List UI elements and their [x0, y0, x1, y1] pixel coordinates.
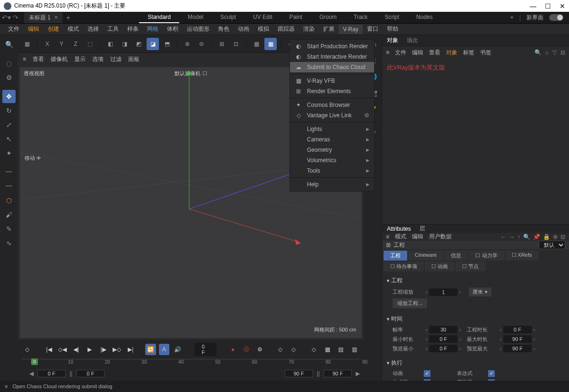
om-filter-icon[interactable]: ▽: [552, 49, 557, 56]
goto-end-button[interactable]: ▶|: [125, 344, 136, 355]
dur-input[interactable]: [503, 326, 532, 333]
scale-input[interactable]: [429, 288, 457, 296]
key-opt5[interactable]: ▦: [322, 344, 333, 355]
attr-lock-icon[interactable]: 🔒: [543, 234, 550, 240]
scale-dec[interactable]: ‹: [424, 289, 429, 295]
hamburger-icon[interactable]: ≡: [23, 56, 26, 62]
attr-tab-dynamics[interactable]: ☐ 动力学: [469, 251, 504, 261]
om-file[interactable]: 文件: [395, 49, 406, 57]
prev-frame-button[interactable]: ◀|: [71, 344, 82, 355]
paint-tool[interactable]: 🖌: [2, 208, 16, 221]
grid2-icon[interactable]: ▦: [264, 38, 277, 50]
min-input[interactable]: [429, 335, 457, 343]
menu-工具[interactable]: 工具: [103, 24, 123, 35]
menu-模式[interactable]: 模式: [63, 24, 83, 35]
add-tab-button[interactable]: +: [66, 14, 70, 21]
search-tool[interactable]: 🔍: [2, 38, 16, 51]
key-opt3[interactable]: ◇: [289, 344, 299, 355]
menu-网格[interactable]: 网格: [143, 24, 163, 35]
takes-tab[interactable]: 场次: [407, 36, 418, 44]
arrow-tool[interactable]: ↖: [2, 132, 16, 146]
max-dec[interactable]: ‹: [498, 337, 503, 342]
keyframe-icon[interactable]: ◇: [22, 344, 33, 355]
mode-tab-track[interactable]: Track: [345, 12, 376, 23]
layout-icon[interactable]: ▦: [21, 38, 33, 50]
vray-item[interactable]: Cameras▶: [290, 134, 374, 145]
section-time[interactable]: 时间: [386, 313, 565, 325]
attr-hamburger-icon[interactable]: ≡: [386, 234, 389, 240]
key-opt4[interactable]: ◇: [308, 344, 319, 355]
mode-tab-model[interactable]: Model: [179, 12, 212, 23]
vray-item[interactable]: ⊞Render Elements: [290, 86, 374, 96]
attr-tab-project[interactable]: 工程: [384, 251, 407, 261]
menu-帮助[interactable]: 帮助: [383, 24, 403, 35]
cube3-icon[interactable]: ◩: [132, 38, 145, 50]
section-exec[interactable]: 执行: [386, 357, 565, 369]
mode-tab-script[interactable]: Script: [376, 12, 408, 23]
menu-渲染[interactable]: 渲染: [299, 24, 319, 35]
next-frame-button[interactable]: |▶: [98, 344, 109, 355]
mode-tab-nodes[interactable]: Nodes: [408, 12, 441, 23]
pen-tool[interactable]: ✎: [2, 222, 16, 235]
om-home-icon[interactable]: ⌂: [545, 49, 549, 56]
axis-x-button[interactable]: X: [41, 38, 53, 50]
vp-camera[interactable]: 摄像机: [51, 55, 68, 63]
vray-item[interactable]: Lights▶: [290, 124, 374, 134]
menu-跟踪器[interactable]: 跟踪器: [273, 24, 299, 35]
vray-item[interactable]: Volumetrics▶: [290, 155, 374, 166]
key-opt6[interactable]: ▤: [335, 344, 346, 355]
menu-扩展[interactable]: 扩展: [319, 24, 339, 35]
minimize-button[interactable]: —: [530, 2, 536, 10]
range-end-input[interactable]: [285, 370, 313, 377]
current-frame[interactable]: 0 F: [194, 343, 217, 356]
attr-tab-cineware[interactable]: Cineware: [408, 251, 443, 261]
range-start-input[interactable]: [37, 370, 66, 377]
sound-button[interactable]: 🔊: [172, 344, 183, 355]
scale-tool[interactable]: ⤢: [2, 118, 16, 131]
vp-display[interactable]: 显示: [74, 55, 86, 63]
om-hamburger-icon[interactable]: ≡: [386, 49, 389, 56]
rotate-tool[interactable]: ↻: [2, 104, 16, 117]
menu-文件[interactable]: 文件: [4, 24, 24, 35]
settings-tool[interactable]: ⚙: [2, 71, 16, 84]
prevmin-input[interactable]: [429, 345, 457, 352]
menu-编辑[interactable]: 编辑: [24, 24, 44, 35]
cube2-icon[interactable]: ◨: [118, 38, 131, 50]
goto-start-button[interactable]: |◀: [44, 344, 54, 355]
menu-运动图形[interactable]: 运动图形: [183, 24, 214, 35]
dur-inc[interactable]: ›: [532, 327, 537, 332]
live-select-tool[interactable]: ◌: [2, 57, 16, 70]
anim-check[interactable]: ✓: [424, 370, 430, 377]
layers-tab[interactable]: 层: [420, 225, 425, 233]
vray-item[interactable]: ▦V-Ray VFB: [290, 76, 374, 86]
axis-z-button[interactable]: Z: [70, 38, 82, 50]
mode-tab-paint[interactable]: Paint: [281, 12, 311, 23]
attr-close-icon[interactable]: ⊟: [560, 234, 565, 240]
attributes-tab[interactable]: Attributes: [387, 226, 411, 232]
menu-动画[interactable]: 动画: [234, 24, 254, 35]
brush2-tool[interactable]: 〰: [2, 180, 16, 193]
vray-item[interactable]: Tools▶: [290, 166, 374, 176]
attr-mode[interactable]: 模式: [395, 233, 406, 241]
om-object[interactable]: 对象: [446, 49, 457, 57]
vp-view[interactable]: 查看: [33, 55, 44, 63]
attr-search-icon[interactable]: 🔍: [523, 234, 530, 240]
mode-tab-sculpt[interactable]: Sculpt: [212, 12, 245, 23]
timeline-ruler[interactable]: 0 0102030405060708090: [22, 359, 360, 368]
menu-体积[interactable]: 体积: [163, 24, 183, 35]
snap2-icon[interactable]: ⊡: [230, 38, 242, 50]
range-start2-input[interactable]: [76, 370, 105, 377]
brush1-tool[interactable]: 〰: [2, 166, 16, 179]
vray-item[interactable]: Geometry▶: [290, 145, 374, 155]
cube4-icon[interactable]: ◪: [147, 38, 159, 50]
prevmax-input[interactable]: [503, 345, 532, 352]
section-project[interactable]: 工程: [386, 275, 565, 287]
vray-item[interactable]: ✦Cosmos Browser: [290, 100, 374, 110]
unit-select[interactable]: 厘米▾: [469, 287, 491, 296]
menu-V-Ray[interactable]: V-Ray: [339, 25, 363, 34]
range-end2-input[interactable]: [324, 370, 352, 377]
attr-tab-anim[interactable]: ☐ 动画: [425, 261, 455, 271]
prevmin-inc[interactable]: ›: [457, 346, 463, 351]
world-button[interactable]: ⬚: [84, 38, 96, 50]
attr-tab-todo[interactable]: ☐ 待办事项: [384, 261, 424, 271]
